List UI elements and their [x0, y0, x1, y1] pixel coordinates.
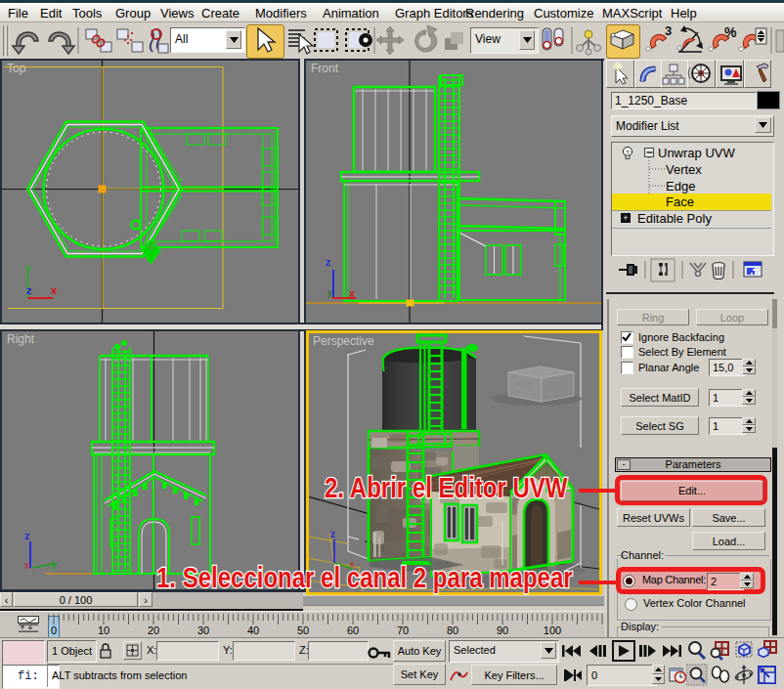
svg-text:90: 90: [497, 624, 508, 636]
svg-text:0: 0: [51, 624, 57, 636]
svg-text:z: z: [326, 256, 331, 268]
svg-text:x: x: [24, 560, 29, 571]
svg-text:3: 3: [665, 23, 672, 38]
svg-text:z: z: [26, 284, 32, 296]
svg-text:y: y: [25, 262, 32, 274]
svg-text:FRONT: FRONT: [515, 381, 532, 387]
svg-text:z: z: [330, 529, 335, 539]
svg-text:50: 50: [297, 624, 309, 636]
svg-text:y: y: [327, 287, 332, 298]
svg-text:30: 30: [197, 624, 209, 636]
svg-text:100: 100: [544, 624, 561, 636]
svg-text:FRONT: FRONT: [549, 381, 566, 387]
svg-text:z: z: [24, 530, 30, 541]
svg-text:%: %: [724, 24, 737, 40]
svg-text:40: 40: [247, 624, 259, 636]
svg-text:20: 20: [148, 624, 159, 636]
svg-text:70: 70: [397, 624, 409, 636]
svg-text:x: x: [51, 284, 58, 296]
svg-text:80: 80: [447, 624, 458, 636]
svg-text:60: 60: [347, 624, 359, 636]
svg-text:10: 10: [98, 624, 109, 636]
